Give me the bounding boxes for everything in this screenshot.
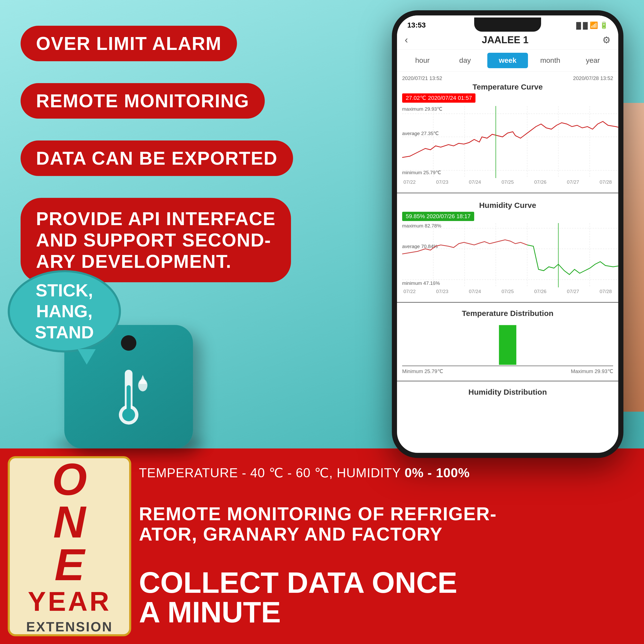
temp-chart-svg [402,106,618,178]
thermometer-icon [103,365,154,438]
features-section: OVER LIMIT ALARM REMOTE MONITORING DATA … [21,26,293,293]
letter-o: O [26,458,113,501]
humidity-chart-section: Humidity Curve 59.85% 2020/07/26 18:17 m… [397,197,618,298]
extension-label: EXTENSION [26,619,113,634]
temp-chart-section: 2020/07/21 13:52 2020/07/28 13:52 Temper… [397,72,618,189]
humidity-chart-title: Humidity Curve [402,201,613,210]
collect-data-text: COLLECT DATA ONCE A MINUTE [139,568,634,627]
badge-api: PROVIDE API INTERFACE AND SUPPORT SECOND… [21,198,291,282]
bubble-text: STICK, HANG, STAND [10,280,119,343]
humidity-dist-section: Humidity Distribution [397,385,618,401]
bubble-container: STICK, HANG, STAND [8,270,121,352]
temp-tooltip: 27.02℃ 2020/07/24 01:57 [402,93,475,103]
letter-n: N [26,501,113,543]
svg-rect-22 [499,325,516,365]
app-header: ‹ JAALEE 1 ⚙ [397,32,618,50]
tab-week[interactable]: week [487,53,528,68]
spec-line: TEMPERATURE - 40 ℃ - 60 ℃, HUMIDITY 0% -… [139,465,634,480]
dist-bar-container [402,320,613,366]
dist-section: Temperature Distribution Minimum 25.79℃ … [397,306,618,377]
svg-point-26 [122,408,135,421]
svg-marker-28 [139,375,147,384]
humidity-chart-svg [402,223,618,287]
phone-mockup: 13:53 ▓ ▓ 📶 🔋 ‹ JAALEE 1 ⚙ hour day week… [392,10,623,458]
back-arrow-icon[interactable]: ‹ [405,34,408,46]
device-hole [121,335,136,351]
temp-x-labels: 07/22 07/23 07/24 07/25 07/26 07/27 07/2… [402,179,613,185]
dist-svg [402,319,613,366]
dist-labels: Minimum 25.79℃ Maximum 29.93℃ [402,368,613,374]
humidity-tooltip: 59.85% 2020/07/26 18:17 [402,212,474,221]
humidity-dist-title: Humidity Distribution [402,388,613,396]
dist-max-label: Maximum 29.93℃ [571,368,613,374]
date-left: 2020/07/21 13:52 [402,75,442,81]
tab-bar: hour day week month year [397,50,618,72]
spec-label: TEMPERATURE [139,466,238,480]
divider-2 [397,302,618,303]
tab-day[interactable]: day [445,53,486,68]
divider-1 [397,193,618,193]
status-time: 13:53 [407,21,426,29]
tab-month[interactable]: month [530,53,571,68]
app-title: JAALEE 1 [482,34,529,46]
status-icons: ▓ ▓ 📶 🔋 [576,21,608,29]
badge-data-export: DATA CAN BE EXPORTED [21,140,293,176]
year-label: YEAR [26,586,113,617]
tab-hour[interactable]: hour [402,53,443,68]
one-year-box: O N E YEAR EXTENSION [8,456,131,636]
phone-notch [474,17,541,32]
humidity-x-labels: 07/22 07/23 07/24 07/25 07/26 07/27 07/2… [402,289,613,294]
divider-3 [397,381,618,381]
dist-min-label: Minimum 25.79℃ [402,368,443,374]
badge-remote-monitoring: REMOTE MONITORING [21,83,265,119]
dist-title: Temperature Distribution [402,309,613,318]
date-right: 2020/07/28 13:52 [573,75,613,81]
badge-over-limit: OVER LIMIT ALARM [21,26,237,61]
bottom-text-area: TEMPERATURE - 40 ℃ - 60 ℃, HUMIDITY 0% -… [139,454,634,639]
letter-e: E [26,543,113,586]
chart-dates: 2020/07/21 13:52 2020/07/28 13:52 [402,75,613,81]
settings-icon[interactable]: ⚙ [602,35,611,46]
phone-screen: 13:53 ▓ ▓ 📶 🔋 ‹ JAALEE 1 ⚙ hour day week… [397,15,618,453]
temp-chart-title: Temperature Curve [402,83,613,91]
one-year-text: O N E YEAR EXTENSION [26,458,113,635]
tab-year[interactable]: year [572,53,613,68]
remote-monitoring-text: REMOTE MONITORING OF REFRIGER- ATOR, GRA… [139,504,634,544]
